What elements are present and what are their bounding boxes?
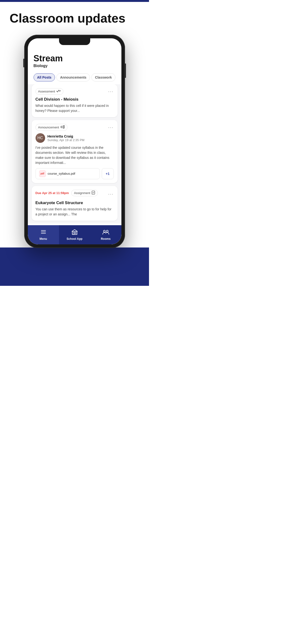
page-title: Classroom updates [10, 12, 139, 25]
school-app-icon [71, 229, 78, 236]
due-label: Due Apr 25 at 11:59pm [36, 191, 69, 195]
phone-section: Stream Biology All Posts Announcements C… [0, 32, 149, 248]
assignment-badge: Assignment [71, 190, 98, 196]
avatar-initials: HC [36, 133, 45, 143]
nav-menu[interactable]: Menu [28, 225, 59, 244]
page-heading-section: Classroom updates [0, 2, 149, 32]
announcement-card: Announcement [32, 120, 117, 183]
tab-all-posts[interactable]: All Posts [34, 73, 55, 82]
top-status-bar [0, 0, 149, 2]
pdf-icon: pdf [39, 170, 46, 177]
nav-school-app[interactable]: School App [59, 225, 90, 244]
screen-content: Stream Biology All Posts Announcements C… [28, 38, 121, 244]
extra-files-badge[interactable]: +1 [102, 168, 114, 179]
stream-header: Stream Biology [28, 49, 121, 70]
author-date: Sunday, Apr 19 at 2:35 PM [48, 138, 84, 142]
assessment-card: Assessment ··· Cell Division - Meio [32, 84, 117, 117]
announcement-label: Announcement [38, 126, 59, 129]
assignment-card-header: Due Apr 25 at 11:59pm Assignment [36, 190, 114, 198]
tab-bar: All Posts Announcements Classwork [28, 70, 121, 84]
assignment-meta: Due Apr 25 at 11:59pm Assignment [36, 190, 98, 196]
file-row: pdf course_syllabus.pdf +1 [36, 168, 114, 179]
announcement-body: I've posted the updated course syllabus … [36, 145, 114, 165]
phone-wrapper: Stream Biology All Posts Announcements C… [24, 35, 125, 248]
phone-notch [59, 38, 90, 45]
svg-rect-8 [73, 232, 74, 234]
announcement-icon [60, 125, 65, 130]
svg-rect-7 [72, 232, 77, 234]
assessment-icon [56, 89, 61, 94]
assignment-body: You can use them as resources to go to f… [36, 207, 114, 217]
assignment-icon [91, 191, 95, 195]
author-name: Henrietta Craig [48, 134, 84, 138]
assessment-card-header: Assessment ··· [36, 88, 114, 95]
assessment-label: Assessment [38, 90, 55, 93]
bottom-nav: Menu School App [28, 225, 121, 244]
posts-area: Assessment ··· Cell Division - Meio [28, 84, 121, 224]
assessment-badge: Assessment [36, 88, 64, 95]
tab-classwork[interactable]: Classwork [91, 73, 115, 82]
assessment-title: Cell Division - Meiosis [36, 97, 114, 102]
file-name: course_syllabus.pdf [48, 172, 75, 176]
announcement-card-header: Announcement [36, 124, 114, 131]
announcement-badge: Announcement [36, 124, 67, 131]
announcement-more-button[interactable]: ··· [108, 124, 114, 130]
bottom-section [0, 248, 149, 286]
stream-title: Stream [34, 54, 116, 63]
nav-school-app-label: School App [66, 237, 82, 240]
phone-frame: Stream Biology All Posts Announcements C… [24, 35, 125, 248]
phone-screen: Stream Biology All Posts Announcements C… [28, 38, 121, 244]
nav-rooms-label: Rooms [101, 237, 111, 240]
rooms-icon [102, 229, 109, 236]
nav-rooms[interactable]: Rooms [90, 225, 121, 244]
file-chip[interactable]: pdf course_syllabus.pdf [36, 168, 100, 179]
assignment-title: Eukaryote Cell Structure [36, 200, 114, 205]
assessment-body: What would happen to this cell if it wer… [36, 103, 114, 113]
assignment-label: Assignment [74, 191, 90, 195]
assignment-more-button[interactable]: ··· [108, 191, 114, 197]
assessment-more-button[interactable]: ··· [108, 89, 114, 94]
menu-icon [41, 229, 46, 236]
author-row: HC Henrietta Craig Sunday, Apr 19 at 2:3… [36, 133, 114, 143]
tab-announcements[interactable]: Announcements [56, 73, 90, 82]
author-info: Henrietta Craig Sunday, Apr 19 at 2:35 P… [48, 134, 84, 142]
nav-menu-label: Menu [40, 237, 47, 240]
stream-subject: Biology [34, 64, 116, 68]
avatar: HC [36, 133, 45, 143]
svg-rect-9 [75, 232, 76, 234]
svg-point-11 [106, 230, 108, 232]
assignment-card: Due Apr 25 at 11:59pm Assignment [32, 186, 117, 221]
svg-point-10 [103, 230, 105, 232]
